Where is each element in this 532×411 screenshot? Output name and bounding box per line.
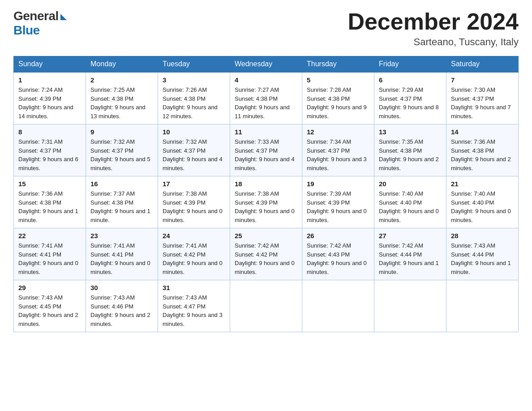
day-cell: 5 Sunrise: 7:28 AM Sunset: 4:38 PM Dayli… bbox=[302, 72, 374, 124]
day-number: 20 bbox=[379, 180, 442, 188]
day-info: Sunrise: 7:40 AM Sunset: 4:40 PM Dayligh… bbox=[379, 189, 442, 224]
header-row: Sunday Monday Tuesday Wednesday Thursday… bbox=[14, 56, 519, 73]
day-info: Sunrise: 7:25 AM Sunset: 4:38 PM Dayligh… bbox=[90, 86, 153, 120]
day-number: 19 bbox=[307, 180, 369, 188]
day-cell bbox=[374, 280, 446, 332]
day-number: 23 bbox=[90, 232, 153, 240]
day-number: 22 bbox=[18, 232, 81, 240]
day-cell bbox=[302, 280, 374, 332]
day-cell: 3 Sunrise: 7:26 AM Sunset: 4:38 PM Dayli… bbox=[158, 72, 230, 124]
day-cell: 16 Sunrise: 7:37 AM Sunset: 4:38 PM Dayl… bbox=[86, 176, 158, 228]
day-cell: 19 Sunrise: 7:39 AM Sunset: 4:39 PM Dayl… bbox=[302, 176, 374, 228]
col-thursday: Thursday bbox=[302, 56, 374, 73]
day-cell: 12 Sunrise: 7:34 AM Sunset: 4:37 PM Dayl… bbox=[302, 124, 374, 176]
day-cell: 9 Sunrise: 7:32 AM Sunset: 4:37 PM Dayli… bbox=[86, 124, 158, 176]
day-info: Sunrise: 7:38 AM Sunset: 4:39 PM Dayligh… bbox=[163, 189, 225, 224]
col-saturday: Saturday bbox=[446, 56, 519, 73]
day-info: Sunrise: 7:29 AM Sunset: 4:37 PM Dayligh… bbox=[379, 86, 442, 120]
day-cell: 11 Sunrise: 7:33 AM Sunset: 4:37 PM Dayl… bbox=[230, 124, 302, 176]
day-info: Sunrise: 7:34 AM Sunset: 4:37 PM Dayligh… bbox=[307, 137, 369, 172]
day-cell: 18 Sunrise: 7:38 AM Sunset: 4:39 PM Dayl… bbox=[230, 176, 302, 228]
day-number: 31 bbox=[163, 284, 225, 291]
day-number: 25 bbox=[235, 232, 297, 240]
day-cell: 4 Sunrise: 7:27 AM Sunset: 4:38 PM Dayli… bbox=[230, 72, 302, 124]
day-info: Sunrise: 7:41 AM Sunset: 4:41 PM Dayligh… bbox=[18, 241, 81, 276]
day-cell: 25 Sunrise: 7:42 AM Sunset: 4:42 PM Dayl… bbox=[230, 228, 302, 280]
day-number: 26 bbox=[307, 232, 369, 240]
day-info: Sunrise: 7:33 AM Sunset: 4:37 PM Dayligh… bbox=[235, 137, 297, 172]
day-cell: 20 Sunrise: 7:40 AM Sunset: 4:40 PM Dayl… bbox=[374, 176, 446, 228]
day-cell: 10 Sunrise: 7:32 AM Sunset: 4:37 PM Dayl… bbox=[158, 124, 230, 176]
day-number: 7 bbox=[451, 76, 514, 84]
day-info: Sunrise: 7:38 AM Sunset: 4:39 PM Dayligh… bbox=[235, 189, 297, 224]
day-info: Sunrise: 7:28 AM Sunset: 4:38 PM Dayligh… bbox=[307, 86, 369, 120]
day-number: 21 bbox=[451, 180, 514, 188]
day-info: Sunrise: 7:30 AM Sunset: 4:37 PM Dayligh… bbox=[451, 86, 514, 120]
week-row-4: 22 Sunrise: 7:41 AM Sunset: 4:41 PM Dayl… bbox=[14, 228, 519, 280]
day-info: Sunrise: 7:43 AM Sunset: 4:44 PM Dayligh… bbox=[451, 241, 514, 276]
day-info: Sunrise: 7:27 AM Sunset: 4:38 PM Dayligh… bbox=[235, 86, 297, 120]
day-cell: 8 Sunrise: 7:31 AM Sunset: 4:37 PM Dayli… bbox=[14, 124, 86, 176]
day-number: 29 bbox=[18, 284, 81, 291]
day-info: Sunrise: 7:36 AM Sunset: 4:38 PM Dayligh… bbox=[451, 137, 514, 172]
day-cell: 26 Sunrise: 7:42 AM Sunset: 4:43 PM Dayl… bbox=[302, 228, 374, 280]
day-info: Sunrise: 7:26 AM Sunset: 4:38 PM Dayligh… bbox=[163, 86, 225, 120]
day-info: Sunrise: 7:42 AM Sunset: 4:42 PM Dayligh… bbox=[235, 241, 297, 276]
day-number: 3 bbox=[163, 76, 225, 84]
day-info: Sunrise: 7:42 AM Sunset: 4:44 PM Dayligh… bbox=[379, 241, 442, 276]
location: Sarteano, Tuscany, Italy bbox=[348, 36, 519, 48]
day-info: Sunrise: 7:42 AM Sunset: 4:43 PM Dayligh… bbox=[307, 241, 369, 276]
day-info: Sunrise: 7:32 AM Sunset: 4:37 PM Dayligh… bbox=[90, 137, 153, 172]
logo: General Blue bbox=[13, 9, 67, 38]
day-number: 17 bbox=[163, 180, 225, 188]
col-sunday: Sunday bbox=[14, 56, 86, 73]
day-number: 8 bbox=[18, 128, 81, 136]
logo-general-text: General bbox=[13, 9, 59, 23]
day-number: 11 bbox=[235, 128, 297, 136]
day-cell: 15 Sunrise: 7:36 AM Sunset: 4:38 PM Dayl… bbox=[14, 176, 86, 228]
day-cell: 31 Sunrise: 7:43 AM Sunset: 4:47 PM Dayl… bbox=[158, 280, 230, 332]
month-title: December 2024 bbox=[348, 9, 519, 34]
col-monday: Monday bbox=[86, 56, 158, 73]
day-number: 18 bbox=[235, 180, 297, 188]
day-cell: 14 Sunrise: 7:36 AM Sunset: 4:38 PM Dayl… bbox=[446, 124, 519, 176]
day-cell: 21 Sunrise: 7:40 AM Sunset: 4:40 PM Dayl… bbox=[446, 176, 519, 228]
day-number: 27 bbox=[379, 232, 442, 240]
day-number: 30 bbox=[90, 284, 153, 291]
day-info: Sunrise: 7:41 AM Sunset: 4:42 PM Dayligh… bbox=[163, 241, 225, 276]
day-cell: 22 Sunrise: 7:41 AM Sunset: 4:41 PM Dayl… bbox=[14, 228, 86, 280]
day-info: Sunrise: 7:31 AM Sunset: 4:37 PM Dayligh… bbox=[18, 137, 81, 172]
day-number: 16 bbox=[90, 180, 153, 188]
day-number: 14 bbox=[451, 128, 514, 136]
day-info: Sunrise: 7:43 AM Sunset: 4:46 PM Dayligh… bbox=[90, 293, 153, 328]
day-cell: 23 Sunrise: 7:41 AM Sunset: 4:41 PM Dayl… bbox=[86, 228, 158, 280]
logo-blue-text: Blue bbox=[13, 23, 40, 38]
page-header: General Blue December 2024 Sarteano, Tus… bbox=[13, 9, 519, 48]
day-info: Sunrise: 7:36 AM Sunset: 4:38 PM Dayligh… bbox=[18, 189, 81, 224]
day-number: 2 bbox=[90, 76, 153, 84]
day-number: 15 bbox=[18, 180, 81, 188]
col-friday: Friday bbox=[374, 56, 446, 73]
day-cell: 7 Sunrise: 7:30 AM Sunset: 4:37 PM Dayli… bbox=[446, 72, 519, 124]
col-wednesday: Wednesday bbox=[230, 56, 302, 73]
day-number: 24 bbox=[163, 232, 225, 240]
day-info: Sunrise: 7:24 AM Sunset: 4:39 PM Dayligh… bbox=[18, 86, 81, 120]
calendar-table: Sunday Monday Tuesday Wednesday Thursday… bbox=[13, 56, 519, 332]
day-cell bbox=[446, 280, 519, 332]
day-cell: 13 Sunrise: 7:35 AM Sunset: 4:38 PM Dayl… bbox=[374, 124, 446, 176]
day-info: Sunrise: 7:41 AM Sunset: 4:41 PM Dayligh… bbox=[90, 241, 153, 276]
week-row-5: 29 Sunrise: 7:43 AM Sunset: 4:45 PM Dayl… bbox=[14, 280, 519, 332]
day-cell: 27 Sunrise: 7:42 AM Sunset: 4:44 PM Dayl… bbox=[374, 228, 446, 280]
day-number: 4 bbox=[235, 76, 297, 84]
day-cell bbox=[230, 280, 302, 332]
week-row-3: 15 Sunrise: 7:36 AM Sunset: 4:38 PM Dayl… bbox=[14, 176, 519, 228]
logo-triangle-icon bbox=[60, 14, 67, 20]
day-number: 28 bbox=[451, 232, 514, 240]
day-info: Sunrise: 7:40 AM Sunset: 4:40 PM Dayligh… bbox=[451, 189, 514, 224]
day-cell: 30 Sunrise: 7:43 AM Sunset: 4:46 PM Dayl… bbox=[86, 280, 158, 332]
week-row-1: 1 Sunrise: 7:24 AM Sunset: 4:39 PM Dayli… bbox=[14, 72, 519, 124]
day-cell: 28 Sunrise: 7:43 AM Sunset: 4:44 PM Dayl… bbox=[446, 228, 519, 280]
day-number: 6 bbox=[379, 76, 442, 84]
day-number: 1 bbox=[18, 76, 81, 84]
day-info: Sunrise: 7:32 AM Sunset: 4:37 PM Dayligh… bbox=[163, 137, 225, 172]
